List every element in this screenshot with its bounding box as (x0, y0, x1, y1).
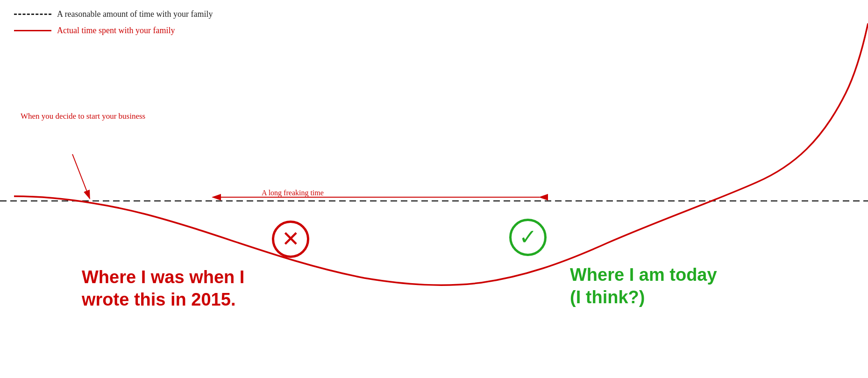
red-curve (14, 23, 868, 285)
chart-svg (0, 0, 868, 378)
start-business-label: When you decide to start your business (21, 111, 145, 122)
label-today-line1: Where I am today (570, 265, 717, 285)
long-time-label: A long freaking time (262, 189, 324, 197)
label-was-line2: wrote this in 2015. (82, 290, 235, 309)
marker-x-circle: ✕ (272, 221, 309, 258)
label-today-line2: (I think?) (570, 287, 645, 307)
label-was-line1: Where I was when I (82, 267, 244, 287)
label-today-text: Where I am today (I think?) (570, 264, 717, 308)
check-icon: ✓ (519, 227, 537, 248)
x-icon: ✕ (282, 228, 300, 250)
marker-check-circle: ✓ (509, 219, 547, 256)
chart-container: A reasonable amount of time with your fa… (0, 0, 868, 378)
label-was-text: Where I was when I wrote this in 2015. (82, 266, 244, 311)
start-business-arrow (72, 154, 90, 199)
